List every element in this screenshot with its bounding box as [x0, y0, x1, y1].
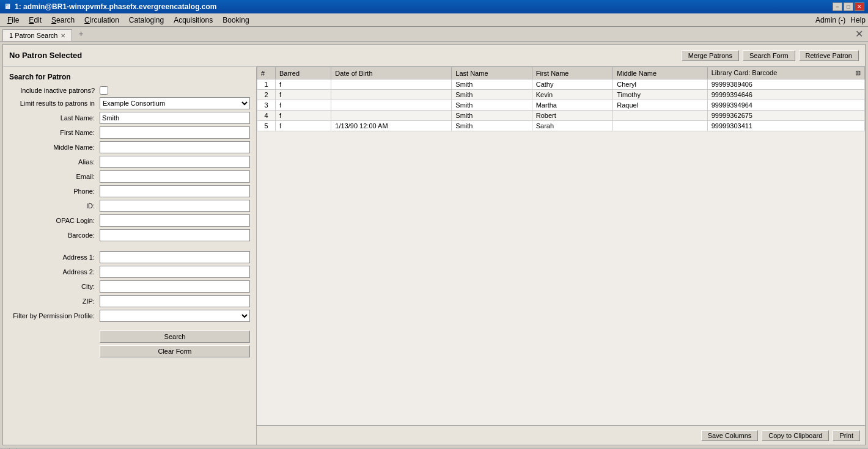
close-button[interactable]: ✕ — [855, 2, 864, 11]
results-table: # Barred Date of Birth Last Name First N… — [257, 67, 865, 131]
id-row: ID: — [9, 200, 250, 212]
results-panel: # Barred Date of Birth Last Name First N… — [257, 67, 865, 445]
col-header-lastname[interactable]: Last Name — [452, 67, 532, 79]
results-table-wrapper[interactable]: # Barred Date of Birth Last Name First N… — [257, 67, 865, 425]
cell-lastname: Smith — [452, 111, 532, 121]
menu-search[interactable]: Search — [46, 15, 79, 26]
retrieve-patron-button[interactable]: Retrieve Patron — [799, 50, 859, 61]
tab-bar-close[interactable]: ✕ — [855, 28, 866, 41]
cell-middlename: Raquel — [613, 100, 707, 111]
cell-middlename — [613, 121, 707, 131]
city-input[interactable] — [100, 280, 250, 293]
address1-label: Address 1: — [9, 254, 100, 261]
cell-firstname: Kevin — [532, 90, 613, 100]
id-input[interactable] — [100, 200, 250, 212]
barcode-input[interactable] — [100, 229, 250, 241]
copy-clipboard-button[interactable]: Copy to Clipboard — [762, 430, 829, 441]
menu-bar-right: Admin (-) Help — [815, 16, 866, 24]
table-row[interactable]: 1 f Smith Cathy Cheryl 99999389406 — [257, 79, 865, 90]
cell-barcode: 99999394646 — [707, 90, 864, 100]
zip-input[interactable] — [100, 295, 250, 307]
search-panel: Search for Patron Include inactive patro… — [3, 67, 257, 445]
cell-barcode: 99999303411 — [707, 121, 864, 131]
include-inactive-row: Include inactive patrons? — [9, 86, 250, 95]
address2-label: Address 2: — [9, 268, 100, 276]
menu-file[interactable]: File — [2, 15, 24, 26]
filter-label: Filter by Permission Profile: — [9, 312, 100, 319]
title-text: 1: admin@BR1-winxpvmfx.phasefx.evergreen… — [15, 2, 216, 11]
title-bar: 🖥 1: admin@BR1-winxpvmfx.phasefx.evergre… — [0, 0, 868, 13]
col-header-middlename[interactable]: Middle Name — [613, 67, 707, 79]
results-tbody: 1 f Smith Cathy Cheryl 99999389406 2 f S… — [257, 79, 865, 131]
menu-cataloging[interactable]: Cataloging — [124, 15, 169, 26]
menu-acquisitions[interactable]: Acquisitions — [169, 15, 218, 26]
print-button[interactable]: Print — [833, 430, 860, 441]
menu-booking[interactable]: Booking — [218, 15, 254, 26]
search-form-button[interactable]: Search Form — [743, 50, 795, 61]
main-content: No Patron Selected Merge Patrons Search … — [2, 44, 866, 445]
cell-barcode: 99999394964 — [707, 100, 864, 111]
cell-barred: f — [276, 100, 331, 111]
maximize-button[interactable]: □ — [844, 2, 853, 11]
address2-input[interactable] — [100, 266, 250, 278]
consortium-select[interactable]: Example Consortium — [100, 97, 250, 109]
middlename-input[interactable] — [100, 141, 250, 153]
menu-edit[interactable]: Edit — [24, 15, 46, 26]
city-label: City: — [9, 283, 100, 290]
patron-bar-buttons: Merge Patrons Search Form Retrieve Patro… — [682, 50, 859, 61]
minimize-button[interactable]: − — [833, 2, 842, 11]
admin-menu[interactable]: Admin (-) — [815, 16, 845, 24]
limit-results-label: Limit results to patrons in — [9, 100, 100, 107]
spacer1 — [9, 244, 250, 251]
cell-middlename — [613, 111, 707, 121]
barcode-row: Barcode: — [9, 229, 250, 241]
phone-input[interactable] — [100, 185, 250, 197]
help-menu[interactable]: Help — [850, 16, 866, 24]
cell-firstname: Cathy — [532, 79, 613, 90]
cell-barred: f — [276, 111, 331, 121]
firstname-label: First Name: — [9, 129, 100, 136]
col-header-num[interactable]: # — [257, 67, 276, 79]
email-input[interactable] — [100, 170, 250, 183]
patron-bar: No Patron Selected Merge Patrons Search … — [3, 45, 865, 67]
tab-patron-search[interactable]: 1 Patron Search ✕ — [2, 29, 72, 41]
firstname-row: First Name: — [9, 126, 250, 139]
cell-barred: f — [276, 90, 331, 100]
table-row[interactable]: 4 f Smith Robert 99999362675 — [257, 111, 865, 121]
search-button[interactable]: Search — [100, 330, 250, 343]
col-header-dob[interactable]: Date of Birth — [331, 67, 452, 79]
save-columns-button[interactable]: Save Columns — [701, 430, 759, 441]
opac-login-input[interactable] — [100, 214, 250, 227]
firstname-input[interactable] — [100, 126, 250, 139]
cell-lastname: Smith — [452, 79, 532, 90]
alias-input[interactable] — [100, 156, 250, 168]
address2-row: Address 2: — [9, 266, 250, 278]
zip-label: ZIP: — [9, 298, 100, 305]
cell-barcode: 99999389406 — [707, 79, 864, 90]
merge-patrons-button[interactable]: Merge Patrons — [682, 50, 739, 61]
cell-num: 5 — [257, 121, 276, 131]
clear-form-button[interactable]: Clear Form — [100, 345, 250, 357]
col-header-barcode[interactable]: Library Card: Barcode ⊞ — [707, 67, 864, 79]
tab-add-button[interactable]: + — [73, 26, 89, 41]
window-controls: − □ ✕ — [833, 2, 864, 11]
table-row[interactable]: 3 f Smith Martha Raquel 99999394964 — [257, 100, 865, 111]
col-header-firstname[interactable]: First Name — [532, 67, 613, 79]
lastname-input[interactable] — [100, 112, 250, 124]
table-row[interactable]: 2 f Smith Kevin Timothy 99999394646 — [257, 90, 865, 100]
cell-lastname: Smith — [452, 90, 532, 100]
table-row[interactable]: 5 f 1/13/90 12:00 AM Smith Sarah 9999930… — [257, 121, 865, 131]
barcode-label: Barcode: — [9, 232, 100, 239]
cell-barred: f — [276, 79, 331, 90]
filter-select[interactable] — [100, 310, 250, 322]
address1-input[interactable] — [100, 251, 250, 263]
cell-lastname: Smith — [452, 121, 532, 131]
opac-login-label: OPAC Login: — [9, 217, 100, 224]
lastname-row: Last Name: — [9, 112, 250, 124]
cell-num: 4 — [257, 111, 276, 121]
menu-circulation[interactable]: Circulation — [79, 15, 124, 26]
cell-dob — [331, 90, 452, 100]
tab-close-icon[interactable]: ✕ — [61, 32, 65, 39]
col-header-barred[interactable]: Barred — [276, 67, 331, 79]
include-inactive-checkbox[interactable] — [100, 86, 108, 95]
